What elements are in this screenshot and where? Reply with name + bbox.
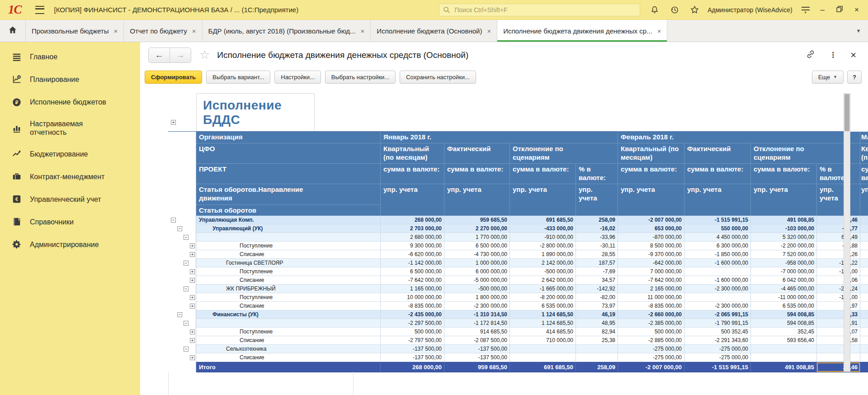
current-user[interactable]: Администратор (WiseAdvice)	[708, 6, 792, 14]
value-cell[interactable]: 7 520 000,00	[751, 250, 817, 259]
collapse-row-button[interactable]: −	[177, 312, 182, 317]
value-cell[interactable]: 6 300 000,00	[684, 242, 751, 250]
march-stub-cell[interactable]	[860, 276, 868, 285]
settings-button-1[interactable]: Выбрать вариант...	[206, 71, 270, 84]
value-cell[interactable]: 79,06	[817, 276, 860, 285]
march-stub-cell[interactable]	[860, 345, 868, 353]
value-cell[interactable]: -4 730 000,00	[444, 250, 510, 259]
value-cell[interactable]: 491 008,85	[751, 216, 817, 224]
value-cell[interactable]: -910 000,00	[510, 233, 576, 242]
value-cell[interactable]: 1 124 685,50	[510, 319, 576, 328]
collapse-row-button[interactable]: −	[171, 218, 176, 223]
value-cell[interactable]: -149,22	[817, 259, 860, 267]
value-cell[interactable]: 352,45	[751, 328, 817, 336]
value-cell[interactable]: 20,58	[817, 336, 860, 345]
value-cell[interactable]: -2 435 000,00	[381, 310, 444, 319]
value-cell[interactable]: -100,00	[817, 293, 860, 302]
expand-row-button[interactable]: +	[190, 252, 195, 257]
march-stub-cell[interactable]	[860, 336, 868, 345]
service-menu-icon[interactable]: ▾	[802, 6, 810, 14]
expand-row-button[interactable]: +	[190, 295, 195, 300]
sidebar-item-8[interactable]: Справочники	[0, 210, 140, 233]
tab-close-icon[interactable]: ×	[192, 27, 196, 35]
value-cell[interactable]: -206,24	[817, 285, 860, 293]
sidebar-item-1[interactable]: Главное	[0, 46, 140, 68]
value-cell[interactable]: 9 300 000,00	[381, 242, 444, 250]
value-cell[interactable]	[684, 267, 751, 276]
settings-button-2[interactable]: Настройки...	[274, 71, 321, 84]
row-label[interactable]: Финансисты (УК)	[196, 310, 381, 319]
march-stub-cell[interactable]	[860, 250, 868, 259]
help-button[interactable]: ?	[847, 71, 862, 84]
value-cell[interactable]: 11 000 000,00	[618, 293, 684, 302]
value-cell[interactable]: -6 620 000,00	[381, 250, 444, 259]
value-cell[interactable]: 2 270 000,00	[444, 224, 510, 233]
value-cell[interactable]: 25,38	[576, 336, 618, 345]
march-stub-cell[interactable]	[860, 362, 868, 372]
value-cell[interactable]: 6 500 000,00	[444, 242, 510, 250]
value-cell[interactable]: 500 000,00	[381, 328, 444, 336]
value-cell[interactable]: 2 680 000,00	[381, 233, 444, 242]
tab-item[interactable]: БДР (июль, август 2018) (Произвольные бю…	[203, 20, 371, 42]
value-cell[interactable]: -103 000,00	[751, 224, 817, 233]
value-cell[interactable]: -11 000 000,00	[751, 293, 817, 302]
value-cell[interactable]: 914 685,50	[444, 328, 510, 336]
value-cell[interactable]: -2 291 343,60	[684, 336, 751, 345]
value-cell[interactable]: 0,07	[817, 328, 860, 336]
value-cell[interactable]: 7 000 000,00	[618, 267, 684, 276]
value-cell[interactable]: -8 200 000,00	[510, 293, 576, 302]
value-cell[interactable]: 10 000 000,00	[381, 293, 444, 302]
expand-row-button[interactable]: +	[190, 243, 195, 248]
value-cell[interactable]: -33,96	[576, 233, 618, 242]
row-label[interactable]: Управляющий (УК)	[196, 224, 381, 233]
value-cell[interactable]: -82,00	[576, 293, 618, 302]
value-cell[interactable]: 24,91	[817, 319, 860, 328]
value-cell[interactable]: 1 165 000,00	[381, 285, 444, 293]
value-cell[interactable]	[576, 345, 618, 353]
value-cell[interactable]: 82,94	[576, 328, 618, 336]
settings-button-4[interactable]: Сохранить настройки...	[400, 71, 476, 84]
march-stub-cell[interactable]	[860, 310, 868, 319]
value-cell[interactable]: -100,00	[817, 267, 860, 276]
tab-item[interactable]: Исполнение бюджета (Основной)×	[371, 20, 497, 42]
value-cell[interactable]: -7 642 000,00	[381, 276, 444, 285]
expand-row-button[interactable]: +	[190, 304, 195, 309]
value-cell[interactable]: 6 535 000,00	[751, 302, 817, 310]
value-cell[interactable]: -2 385 000,00	[618, 319, 684, 328]
tab-item[interactable]: Исполнение бюджета движения денежных ср.…	[497, 20, 667, 42]
value-cell[interactable]: 611,49	[817, 233, 860, 242]
march-stub-cell[interactable]	[860, 233, 868, 242]
value-cell[interactable]	[817, 345, 860, 353]
value-cell[interactable]	[817, 353, 860, 362]
value-cell[interactable]: -2 660 000,00	[618, 310, 684, 319]
tab-item[interactable]: Произвольные бюджеты×	[26, 20, 124, 42]
march-stub-cell[interactable]	[860, 328, 868, 336]
collapse-row-button[interactable]: −	[184, 347, 189, 352]
march-stub-cell[interactable]	[860, 319, 868, 328]
expand-row-button[interactable]: +	[190, 278, 195, 283]
more-button[interactable]: Еще ▼	[812, 71, 844, 84]
row-label[interactable]: Сельхозтехника	[196, 345, 381, 353]
expand-columns-button[interactable]: +	[171, 120, 176, 125]
value-cell[interactable]: -2 300 000,00	[684, 285, 751, 293]
collapse-row-button[interactable]: −	[177, 226, 182, 231]
value-cell[interactable]	[684, 293, 751, 302]
sidebar-item-5[interactable]: Бюджетирование	[0, 143, 140, 165]
value-cell[interactable]: 550 000,00	[684, 224, 751, 233]
value-cell[interactable]: -275 000,00	[684, 353, 751, 362]
restore-button[interactable]	[836, 6, 843, 14]
tabs-overflow-button[interactable]: ▼	[849, 20, 868, 42]
value-cell[interactable]: 28,55	[576, 250, 618, 259]
scrollbar-thumb[interactable]	[844, 94, 849, 131]
row-label[interactable]: ЖК ПРИБРЕЖНЫЙ	[196, 285, 381, 293]
collapse-row-button[interactable]: −	[184, 286, 189, 291]
value-cell[interactable]: 1 800 000,00	[444, 293, 510, 302]
value-cell[interactable]: -142,92	[576, 285, 618, 293]
collapse-row-button[interactable]: −	[184, 321, 189, 326]
settings-button-3[interactable]: Выбрать настройки...	[325, 71, 396, 84]
notifications-bell-icon[interactable]	[650, 5, 659, 14]
value-cell[interactable]: -1 600 000,00	[684, 259, 751, 267]
value-cell[interactable]: 6 000 000,00	[444, 267, 510, 276]
row-label[interactable]: Списание	[196, 302, 381, 310]
value-cell[interactable]: 653 000,00	[618, 224, 684, 233]
